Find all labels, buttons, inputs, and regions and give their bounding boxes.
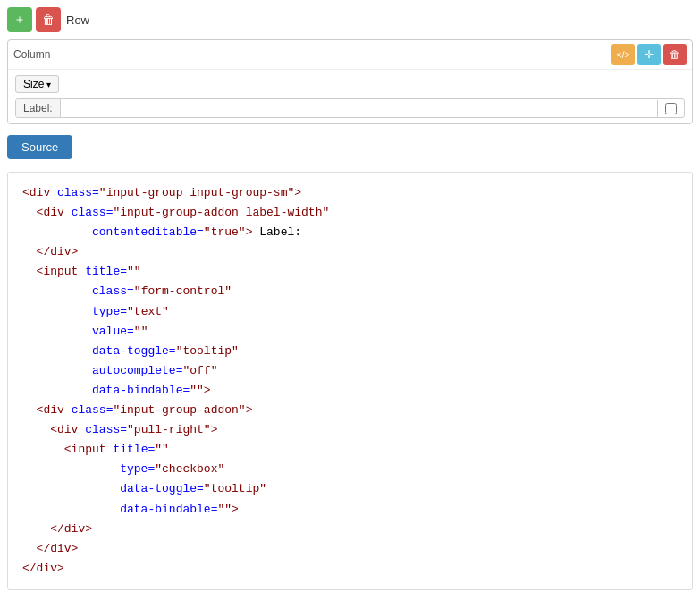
code-line: <input title="" (22, 440, 678, 460)
label-checkbox[interactable] (665, 103, 677, 114)
code-line: data-toggle="tooltip" (22, 342, 678, 361)
code-line: <div class="input-group-addon label-widt… (22, 203, 678, 223)
trash-icon: 🗑 (42, 13, 55, 27)
trash-icon-sm: 🗑 (670, 48, 680, 61)
code-line: autocomplete="off" (22, 361, 678, 381)
column-panel-body: Size ▾ Label: (8, 70, 692, 123)
size-label: Size (23, 78, 44, 90)
label-checkbox-container (657, 100, 684, 117)
label-row: Label: (15, 98, 685, 118)
size-dropdown[interactable]: Size ▾ (15, 75, 59, 93)
code-button[interactable]: </> (611, 44, 635, 65)
row-label: Row (66, 13, 89, 27)
code-line: <div class="input-group-addon"> (22, 401, 678, 420)
code-line: <input title="" (22, 262, 678, 282)
code-block: <div class="input-group input-group-sm">… (7, 172, 693, 590)
code-line: class="form-control" (22, 282, 678, 301)
code-line: </div> (22, 242, 678, 262)
label-input[interactable] (61, 99, 657, 117)
code-line: data-bindable=""> (22, 500, 678, 520)
code-line: type="text" (22, 302, 678, 322)
column-actions: </> ✛ 🗑 (611, 44, 687, 65)
code-line: </div> (22, 520, 678, 539)
move-button[interactable]: ✛ (637, 44, 661, 65)
add-button[interactable]: ＋ (7, 7, 32, 32)
column-panel-header: Column </> ✛ 🗑 (8, 40, 692, 70)
code-line: </div> (22, 539, 678, 559)
delete-column-button[interactable]: 🗑 (663, 44, 687, 65)
source-button[interactable]: Source (7, 135, 72, 159)
code-line: type="checkbox" (22, 460, 678, 479)
column-title: Column (13, 48, 50, 61)
code-icon: </> (616, 49, 630, 60)
code-line: data-bindable=""> (22, 381, 678, 401)
column-panel: Column </> ✛ 🗑 Size ▾ Label: (7, 39, 693, 124)
code-line: contenteditable="true"> Label: (22, 223, 678, 242)
code-line: data-toggle="tooltip" (22, 479, 678, 499)
top-toolbar: ＋ 🗑 Row (7, 7, 693, 32)
move-icon: ✛ (645, 48, 654, 61)
code-line: </div> (22, 559, 678, 579)
size-row: Size ▾ (15, 75, 685, 93)
code-line: value="" (22, 322, 678, 342)
plus-icon: ＋ (13, 12, 26, 28)
code-line: <div class="input-group input-group-sm"> (22, 183, 678, 203)
delete-row-button[interactable]: 🗑 (36, 7, 61, 32)
label-field-label: Label: (16, 99, 61, 117)
chevron-down-icon: ▾ (46, 80, 51, 89)
code-line: <div class="pull-right"> (22, 420, 678, 440)
